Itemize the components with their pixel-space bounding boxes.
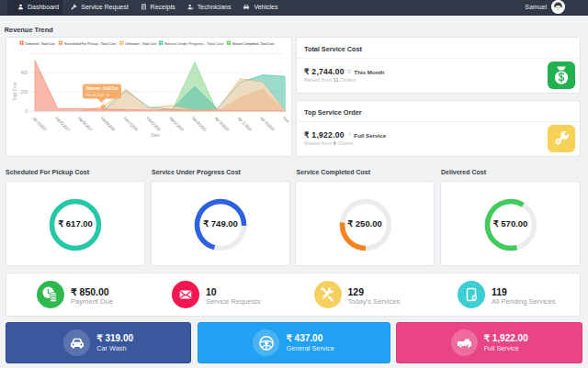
- svg-text:Feb 09,2018: Feb 09,2018: [100, 116, 117, 132]
- svg-text:Feb 13,2018: Feb 13,2018: [122, 116, 139, 132]
- svg-text:Apr 18,2018: Apr 18,2018: [259, 116, 276, 132]
- svg-text:200: 200: [20, 90, 28, 95]
- svg-text:Service Completed - Total Cost: Service Completed - Total Cost: [232, 41, 275, 46]
- svg-text:Jan 13,2017: Jan 13,2017: [31, 116, 48, 132]
- svg-text:Unknown - Total Cost: Unknown - Total Cost: [125, 41, 157, 46]
- svg-text:Date: Date: [151, 133, 160, 138]
- svg-text:Nov ...: Nov ...: [282, 116, 290, 126]
- svg-text:Mar 28,2018: Mar 28,2018: [191, 116, 208, 132]
- svg-text:Feb 22,2017: Feb 22,2017: [54, 116, 71, 132]
- svg-text:Apr 18,2018: Apr 18,2018: [214, 116, 231, 132]
- svg-text:Scheduled For Pickup - Total C: Scheduled For Pickup - Total Cost: [64, 41, 117, 46]
- svg-text:Total Cost: Total Cost: [13, 82, 17, 101]
- svg-text:Feb 09,2018 : 50: Feb 09,2018 : 50: [86, 93, 110, 97]
- svg-text:Apr 11,2018: Apr 11,2018: [236, 116, 253, 132]
- svg-text:Mar 01,2018: Mar 01,2018: [168, 116, 185, 132]
- svg-text:Feb 22,2018: Feb 22,2018: [145, 116, 162, 132]
- svg-text:0: 0: [25, 109, 28, 114]
- svg-text:Delivered - Total Cost: Delivered - Total Cost: [26, 41, 56, 46]
- svg-text:400: 400: [20, 71, 28, 75]
- svg-text:Mar 06,2017: Mar 06,2017: [77, 116, 94, 132]
- svg-text:Service Under Progress - Total: Service Under Progress - Total Cost: [164, 41, 224, 46]
- svg-text:Unknown - Total Cost: Unknown - Total Cost: [86, 86, 119, 91]
